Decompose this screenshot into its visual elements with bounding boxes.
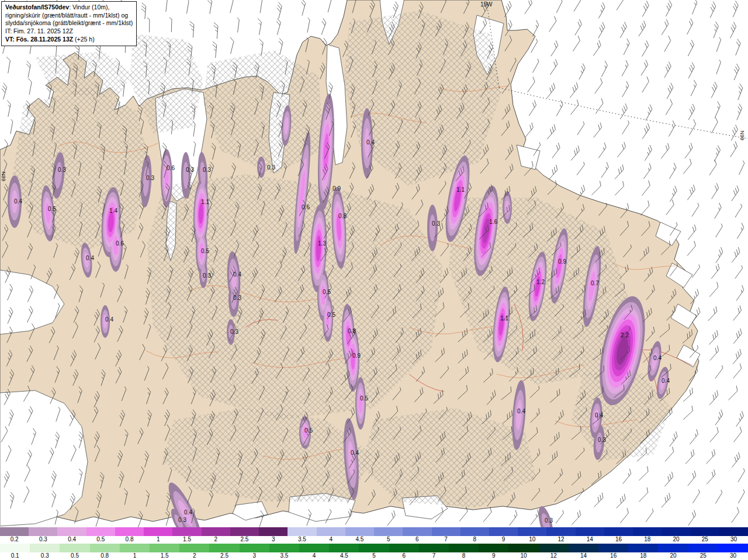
hatch-area [13, 87, 149, 250]
scale-value: 4 [317, 536, 345, 544]
scale-cell [662, 527, 690, 536]
precip-value-label: 0.3 [230, 329, 238, 335]
precip-value-label: 0.5 [323, 289, 331, 295]
scale-cell [569, 544, 598, 552]
title-line-sleet: slydda/snjókoma (grátt/bleikt/grænt - mm… [5, 19, 133, 27]
precip-value-label: 0.4 [86, 255, 94, 261]
scale-cell [0, 527, 29, 536]
scale-cell [202, 527, 230, 536]
precip-value-label: 0.4 [595, 412, 603, 419]
colorbar-top [0, 527, 748, 536]
scale-value: 2.5 [230, 536, 259, 544]
precip-value-label: 0.5 [201, 248, 209, 254]
scale-cell [359, 544, 389, 552]
colorbar-bottom [0, 544, 748, 552]
valid-time-rest: (+25 h) [73, 36, 94, 43]
precip-value-label: 0.4 [184, 509, 192, 516]
precip-value-label: 0.4 [662, 378, 670, 384]
scale-value: 10 [508, 552, 538, 560]
precip-value-label: 0.4 [351, 450, 359, 456]
precip-value-label: 0.4 [517, 408, 525, 414]
precip-value-label: 0.3 [432, 220, 440, 227]
precip-value-label: 1.4 [109, 208, 117, 214]
precip-cell-ring [183, 162, 188, 189]
precip-value-label: 0.3 [545, 517, 553, 524]
scale-value: 30 [718, 552, 748, 560]
precip-value-label: 0.6 [116, 240, 124, 247]
scale-value: 16 [598, 552, 628, 560]
precip-value-label: 0.3 [233, 295, 241, 301]
scale-value: 0.3 [29, 536, 57, 544]
scale-cell [403, 527, 431, 536]
title-box: Veðurstofan/IS750dev: Vindur (10m), rign… [1, 1, 137, 46]
scale-cell [419, 544, 449, 552]
precip-value-label: 0.3 [203, 272, 211, 279]
scale-value: 5 [374, 536, 403, 544]
scale-value: 12 [539, 552, 569, 560]
scale-cell [546, 527, 575, 536]
scale-cell [628, 544, 658, 552]
scale-value: 4 [299, 552, 329, 560]
scale-cell [329, 544, 359, 552]
precip-value-label: 1.1 [500, 315, 508, 322]
scale-value: 9 [489, 536, 518, 544]
color-scales: 0.20.30.40.50.811.522.533.544.5567891012… [0, 527, 748, 560]
scale-value: 0.5 [86, 536, 115, 544]
precip-value-label: 0.9 [333, 185, 341, 192]
scale-cell [576, 527, 604, 536]
scale-value: 6 [403, 536, 431, 544]
scale-cell [259, 527, 288, 536]
precip-value-label: 0.3 [203, 167, 211, 173]
scale-cell [90, 544, 120, 552]
init-time: IT: Fim. 27. 11. 2025 12Z [5, 27, 133, 36]
precip-value-label: 0.4 [233, 271, 241, 278]
scale-cell [719, 527, 748, 536]
scale-value: 2.5 [209, 552, 239, 560]
scale-cell [172, 527, 201, 536]
scale-cell [179, 544, 209, 552]
scale-value: 30 [719, 536, 748, 544]
hatch-area [147, 174, 443, 420]
scale-value: 16 [604, 536, 633, 544]
scale-value: 7 [432, 536, 460, 544]
valid-time: VT: Fös. 28.11.2025 13Z (+25 h) [5, 36, 133, 44]
precip-value-label: 0.8 [348, 328, 356, 334]
scale-cell [230, 527, 259, 536]
precip-value-label: 0.4 [653, 355, 662, 361]
scale-value: 25 [688, 552, 718, 560]
scale-cell [633, 527, 662, 536]
scale-cell [30, 544, 60, 552]
colorbar-bottom-labels: 0.10.30.50.811.522.533.544.5567891012141… [0, 552, 748, 560]
precip-value-label: 0.5 [304, 427, 313, 434]
scale-value: 0.4 [57, 536, 86, 544]
precip-value-label: 0.6 [167, 165, 175, 171]
scale-value: 0.1 [0, 552, 30, 560]
colorbar-top-labels: 0.20.30.40.50.811.522.533.544.5567891012… [0, 536, 748, 544]
scale-value: 7 [419, 552, 449, 560]
scale-value: 14 [576, 536, 604, 544]
scale-cell [345, 527, 374, 536]
precip-value-label: 1.6 [489, 219, 497, 225]
scale-value: 14 [569, 552, 598, 560]
scale-value: 3.5 [288, 536, 316, 544]
scale-cell [374, 527, 403, 536]
precip-value-label: 0.7 [591, 280, 599, 286]
scale-cell [120, 544, 150, 552]
scale-value: 0.8 [90, 552, 120, 560]
precip-value-label: 0.9 [558, 258, 566, 265]
scale-cell [317, 527, 345, 536]
scale-value: 20 [662, 536, 690, 544]
precip-value-label: 0.3 [267, 164, 275, 171]
precip-value-label: 0.9 [352, 352, 361, 359]
precip-value-label: 0.4 [105, 316, 113, 323]
precip-value-label: 0.5 [360, 395, 368, 402]
precip-value-label: 1.2 [536, 279, 545, 285]
precip-value-label: 0.5 [48, 206, 56, 212]
scale-cell [209, 544, 239, 552]
precip-value-label: 0.4 [14, 198, 22, 205]
precip-value-label: 1.3 [318, 240, 326, 247]
precip-value-label: 0.3 [146, 175, 154, 181]
scale-cell [449, 544, 479, 552]
precip-value-label: 0.3 [186, 167, 194, 173]
scale-cell [508, 544, 538, 552]
